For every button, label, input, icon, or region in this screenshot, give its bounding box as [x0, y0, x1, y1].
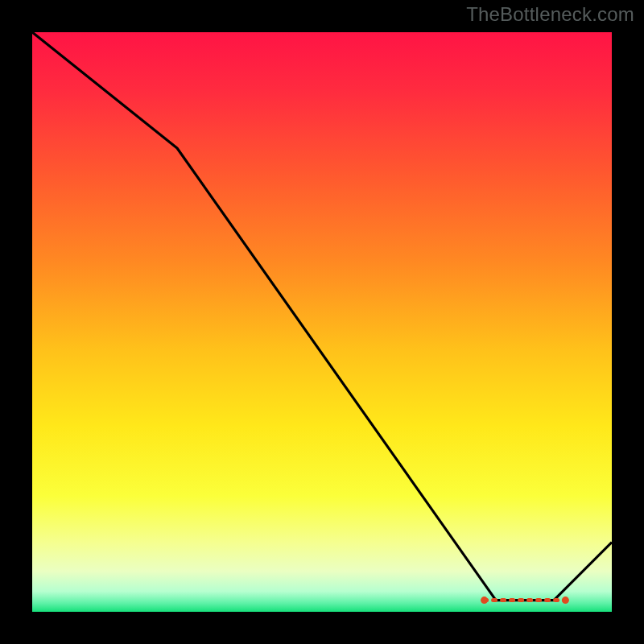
chart-plot-area	[32, 32, 612, 612]
chart-svg	[32, 32, 612, 612]
watermark-text: TheBottleneck.com	[466, 3, 634, 26]
optimal-range-end-dot	[562, 597, 569, 604]
optimal-range-start-dot	[481, 597, 488, 604]
chart-background	[32, 32, 612, 612]
chart-stage: TheBottleneck.com	[0, 0, 644, 644]
